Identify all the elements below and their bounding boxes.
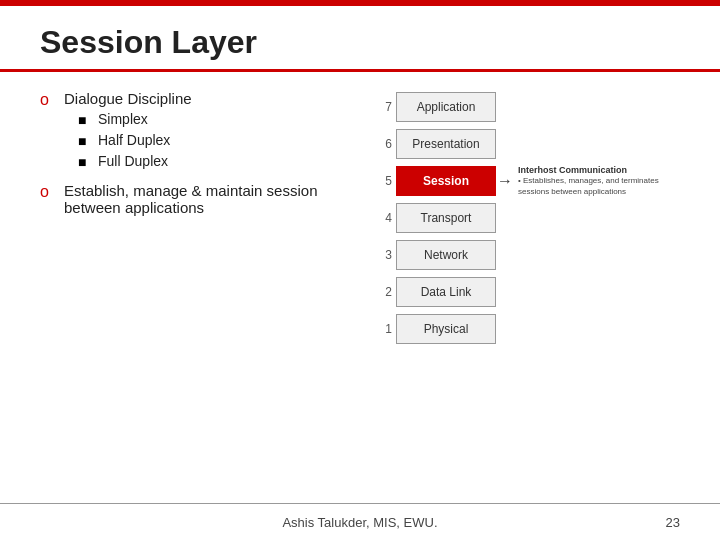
footer: Ashis Talukder, MIS, EWU. — [0, 515, 720, 530]
sub-bullet-1-text: Simplex — [98, 111, 148, 127]
bullet-n-icon-3: ■ — [78, 154, 90, 170]
layer-number-3: 4 — [370, 211, 392, 225]
bullet-1-text: Dialogue Discipline — [64, 90, 192, 107]
content-area: o Dialogue Discipline ■ Simplex ■ Half D… — [0, 86, 720, 349]
bullet-o-icon-2: o — [40, 183, 54, 201]
red-divider — [0, 69, 720, 72]
layer-info-box: Interhost Communication• Establishes, ma… — [518, 165, 663, 197]
osi-layer-data-link: 2Data Link — [370, 275, 670, 309]
sub-bullets: ■ Simplex ■ Half Duplex ■ Full Duplex — [78, 111, 192, 170]
sub-bullet-simplex: ■ Simplex — [78, 111, 192, 128]
layer-number-2: 5 — [370, 174, 392, 188]
osi-layer-network: 3Network — [370, 238, 670, 272]
layer-info-text: • Establishes, manages, and terminates s… — [518, 176, 663, 197]
sub-bullet-half-duplex: ■ Half Duplex — [78, 132, 192, 149]
layer-number-6: 1 — [370, 322, 392, 336]
osi-layer-transport: 4Transport — [370, 201, 670, 235]
layer-box-physical: Physical — [396, 314, 496, 344]
footer-center-text: Ashis Talukder, MIS, EWU. — [282, 515, 437, 530]
layer-box-application: Application — [396, 92, 496, 122]
bullet-1-content: Dialogue Discipline ■ Simplex ■ Half Dup… — [64, 90, 192, 174]
bullet-n-icon-1: ■ — [78, 112, 90, 128]
right-panel: 7Application6Presentation5Session→Interh… — [370, 86, 680, 349]
layer-info-title: Interhost Communication — [518, 165, 663, 177]
layer-number-1: 6 — [370, 137, 392, 151]
footer-page-number: 23 — [666, 515, 680, 530]
osi-layer-physical: 1Physical — [370, 312, 670, 346]
bullet-1: o Dialogue Discipline ■ Simplex ■ Half D… — [40, 90, 350, 174]
sub-bullet-2-text: Half Duplex — [98, 132, 170, 148]
layer-box-data-link: Data Link — [396, 277, 496, 307]
bullet-o-icon-1: o — [40, 91, 54, 109]
bullet-2-text: Establish, manage & maintain session bet… — [64, 182, 350, 216]
layer-box-presentation: Presentation — [396, 129, 496, 159]
slide-title: Session Layer — [40, 24, 680, 61]
title-area: Session Layer — [0, 6, 720, 69]
footer-line — [0, 503, 720, 504]
osi-layer-session: 5Session→Interhost Communication• Establ… — [370, 164, 670, 198]
slide: Session Layer o Dialogue Discipline ■ Si… — [0, 0, 720, 540]
bullet-n-icon-2: ■ — [78, 133, 90, 149]
layer-box-network: Network — [396, 240, 496, 270]
osi-layer-presentation: 6Presentation — [370, 127, 670, 161]
sub-bullet-full-duplex: ■ Full Duplex — [78, 153, 192, 170]
bullet-2: o Establish, manage & maintain session b… — [40, 182, 350, 216]
layer-box-transport: Transport — [396, 203, 496, 233]
layer-number-0: 7 — [370, 100, 392, 114]
layer-number-4: 3 — [370, 248, 392, 262]
layer-number-5: 2 — [370, 285, 392, 299]
osi-diagram: 7Application6Presentation5Session→Interh… — [370, 90, 670, 346]
layer-box-session: Session — [396, 166, 496, 196]
layer-arrow-icon: → — [496, 172, 514, 190]
left-panel: o Dialogue Discipline ■ Simplex ■ Half D… — [40, 86, 350, 349]
sub-bullet-3-text: Full Duplex — [98, 153, 168, 169]
osi-layer-application: 7Application — [370, 90, 670, 124]
